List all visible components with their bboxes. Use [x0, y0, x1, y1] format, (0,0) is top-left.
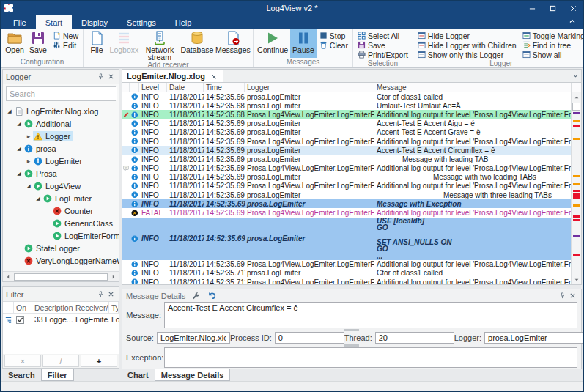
log-row[interactable]: INFO 11/18/2017 14:52:35.696 prosa.LogEm… [122, 155, 571, 163]
logger-tree-item[interactable]: Additional [3, 117, 119, 130]
find-in-tree-button[interactable]: Find in tree [520, 40, 584, 50]
tab-start[interactable]: Start [36, 15, 72, 29]
tree-expander-icon[interactable] [15, 120, 23, 127]
remove-filter-button[interactable]: × [4, 355, 41, 367]
column-header-logger[interactable]: Logger [245, 83, 374, 92]
log-row[interactable]: INFO 11/18/2017 14:52:35.665 prosa.LogEm… [122, 92, 571, 101]
collapse-ribbon-button[interactable] [569, 18, 579, 26]
log-row[interactable]: INFO 11/18/2017 14:52:35.696 Prosa.Log4V… [122, 260, 571, 269]
messages-receiver-button[interactable]: Messages [215, 29, 251, 61]
log-row[interactable]: FATAL 11/18/2017 14:52:35.696 Prosa.Log4… [122, 208, 571, 217]
thread-field[interactable] [375, 332, 454, 344]
show-only-logger-button[interactable]: Show only this Logger [415, 50, 519, 59]
logger-tree-item[interactable]: LogEmiter [3, 155, 119, 167]
file-receiver-button[interactable]: File [85, 29, 108, 61]
column-header-date[interactable]: Date [167, 83, 204, 92]
continue-button[interactable]: Continue [255, 29, 290, 58]
pin-icon[interactable] [557, 291, 567, 301]
tree-expander-icon[interactable] [34, 195, 42, 201]
tab-display[interactable]: Display [72, 15, 117, 29]
tab-file[interactable]: File [4, 15, 36, 29]
database-receiver-button[interactable]: Database [180, 29, 215, 61]
logger-tree-item[interactable]: LogEmiter [3, 192, 119, 204]
log-row[interactable]: INFO 11/18/2017 14:52:35.696 prosa.LogEm… [122, 191, 571, 199]
hide-logger-children-button[interactable]: Hide Logger with Children [415, 40, 519, 50]
logger-tree-item[interactable]: StateLogger [3, 242, 119, 254]
column-header-message[interactable]: Message [374, 83, 571, 92]
tree-expander-icon[interactable] [24, 182, 33, 189]
logger-tree-item[interactable]: Counter [3, 204, 119, 217]
close-button[interactable] [563, 1, 583, 15]
logger-tree-item[interactable]: Logger [3, 130, 119, 142]
close-icon[interactable] [106, 289, 116, 300]
scroll-right-icon[interactable] [108, 272, 119, 281]
scrollbar-thumb[interactable] [572, 103, 580, 111]
edit-filter-button[interactable]: / [42, 355, 79, 367]
document-tab[interactable]: LogEmiter.Nlog.xlog [122, 70, 223, 82]
new-button[interactable]: New [51, 31, 81, 40]
tab-message-details[interactable]: Message Details [155, 369, 231, 381]
scroll-left-icon[interactable] [3, 272, 13, 281]
grid-vertical-scrollbar[interactable] [571, 83, 581, 284]
tree-horizontal-scrollbar[interactable] [3, 271, 119, 281]
column-header-level[interactable]: Level [139, 83, 167, 92]
log-row[interactable]: INFO 11/18/2017 14:52:35.696 prosa.LogEm… [122, 128, 571, 137]
tree-expander-icon[interactable] [24, 158, 33, 165]
tree-expander-icon[interactable] [5, 108, 14, 114]
logger-tree-item[interactable]: prosa [3, 142, 119, 155]
hide-logger-button[interactable]: Hide Logger [415, 31, 519, 40]
tree-expander-icon[interactable] [15, 170, 23, 177]
wrench-icon[interactable] [190, 291, 202, 301]
tab-help[interactable]: Help [166, 15, 202, 29]
pause-button[interactable]: Pause [290, 29, 317, 58]
save-button[interactable]: Save [26, 29, 50, 58]
log-row[interactable]: INFO 11/18/2017 14:52:35.696 prosa.LogEm… [122, 199, 571, 208]
logger-tree-item[interactable]: VeryLongLoggerNameWihoutSepara [3, 254, 119, 267]
minimize-button[interactable] [522, 1, 542, 15]
tab-chart[interactable]: Chart [122, 369, 155, 381]
tab-list-dropdown-icon[interactable] [569, 70, 581, 82]
filter-enabled-checkbox[interactable] [16, 316, 24, 324]
toggle-marking-button[interactable]: Toggle Marking [520, 31, 584, 40]
log-row[interactable]: INFO 11/18/2017 14:52:35.711 prosa.LogEm… [122, 269, 571, 278]
logger-tree-item[interactable]: Prosa [3, 167, 119, 180]
scrollbar-thumb[interactable] [14, 273, 108, 281]
tab-search[interactable]: Search [2, 369, 41, 381]
splitter-handle[interactable] [344, 329, 359, 331]
process-id-field[interactable] [275, 332, 344, 344]
log-row[interactable]: INFO 11/18/2017 14:52:35.696 Prosa.Log4V… [122, 182, 571, 191]
close-icon[interactable] [106, 72, 116, 82]
show-all-button[interactable]: Show all [520, 50, 584, 59]
source-field[interactable] [157, 332, 230, 344]
log-row[interactable]: INFO 11/18/2017 14:52:35.696 prosa.LogEm… [122, 119, 571, 128]
add-filter-button[interactable]: + [81, 355, 117, 367]
edit-button[interactable]: Edit [51, 40, 81, 50]
undo-icon[interactable] [206, 291, 218, 301]
filter-row[interactable]: 33 Logge... LogEmite... Logger [3, 314, 119, 325]
log-row[interactable]: INFO 11/18/2017 14:52:35.680 prosa.LogEm… [122, 101, 571, 110]
log-row[interactable]: INFO 11/18/2017 14:52:35.696 prosa.LogEm… [122, 173, 571, 182]
message-field[interactable]: Accent-Test E Accent Circumflex = ê [164, 302, 577, 328]
log-row[interactable]: INFO 11/18/2017 14:52:35.696 prosa.LogEm… [122, 218, 571, 260]
column-header-time[interactable]: Time [204, 83, 245, 92]
scroll-down-icon[interactable] [572, 275, 581, 284]
log-row[interactable]: INFO 11/18/2017 14:52:35.696 prosa.LogEm… [122, 146, 571, 155]
stop-button[interactable]: Stop [317, 31, 350, 40]
search-input[interactable] [7, 87, 117, 100]
log-row[interactable]: INFO 11/18/2017 14:52:35.696 Prosa.Log4V… [122, 137, 571, 146]
log-row[interactable]: INFO 11/18/2017 14:52:35.711 Prosa.Log4V… [122, 278, 571, 284]
logger-field[interactable] [484, 332, 584, 344]
scroll-up-icon[interactable] [572, 92, 581, 102]
logger-tree-item[interactable]: Log4View [3, 180, 119, 192]
network-stream-button[interactable]: Network stream [140, 29, 180, 61]
splitter-handle[interactable] [344, 344, 359, 347]
exception-field[interactable] [164, 347, 577, 368]
select-all-button[interactable]: Select All [355, 31, 410, 40]
tab-settings[interactable]: Settings [117, 15, 166, 29]
clear-button[interactable]: Clear [317, 40, 350, 50]
log-row[interactable]: INFO 11/18/2017 14:52:35.680 Prosa.Log4V… [122, 110, 571, 119]
pin-icon[interactable] [95, 72, 106, 82]
logger-tree-item[interactable]: LogEmiterForm [3, 229, 119, 242]
pin-icon[interactable] [95, 289, 106, 300]
close-tab-icon[interactable] [211, 73, 218, 80]
